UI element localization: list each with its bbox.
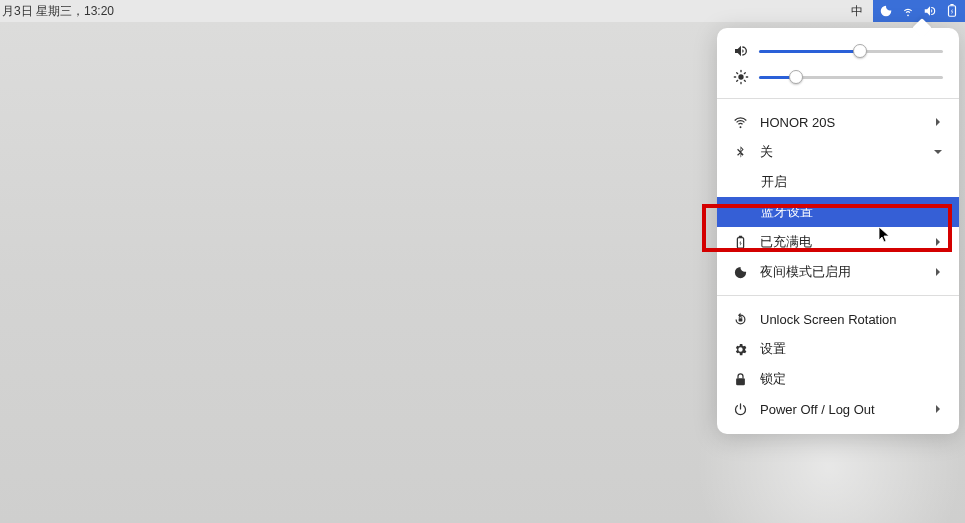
volume-icon — [923, 4, 937, 18]
rotation-menu-item[interactable]: Unlock Screen Rotation — [717, 304, 959, 334]
battery-menu-item[interactable]: 已充满电 — [717, 227, 959, 257]
brightness-slider-thumb[interactable] — [789, 70, 803, 84]
divider — [717, 295, 959, 296]
bluetooth-icon — [733, 145, 748, 160]
power-label: Power Off / Log Out — [760, 402, 921, 417]
ime-indicator[interactable]: 中 — [841, 0, 873, 22]
wifi-icon — [901, 4, 915, 18]
night-icon — [733, 265, 748, 280]
brightness-icon — [733, 69, 749, 85]
volume-slider[interactable] — [759, 50, 943, 53]
battery-icon — [945, 4, 959, 18]
divider — [717, 98, 959, 99]
lock-menu-item[interactable]: 锁定 — [717, 364, 959, 394]
power-icon — [733, 402, 748, 417]
bluetooth-settings-label: 蓝牙设置 — [761, 203, 943, 221]
chevron-right-icon — [933, 404, 943, 414]
volume-slider-fill — [759, 50, 860, 53]
lock-icon — [733, 372, 748, 387]
wifi-label: HONOR 20S — [760, 115, 921, 130]
volume-slider-thumb[interactable] — [853, 44, 867, 58]
svg-rect-4 — [736, 378, 745, 385]
lock-label: 锁定 — [760, 370, 943, 388]
system-tray[interactable] — [873, 0, 965, 22]
night-mode-label: 夜间模式已启用 — [760, 263, 921, 281]
svg-rect-3 — [739, 318, 743, 321]
chevron-right-icon — [933, 237, 943, 247]
night-icon — [879, 4, 893, 18]
power-menu-item[interactable]: Power Off / Log Out — [717, 394, 959, 424]
system-menu-panel: HONOR 20S 关 开启 蓝牙设置 已充满电 夜间模式已启用 Unlock … — [717, 28, 959, 434]
rotation-lock-icon — [733, 312, 748, 327]
battery-label: 已充满电 — [760, 233, 921, 251]
top-bar: 月3日 星期三，13:20 中 — [0, 0, 965, 22]
bluetooth-menu-item[interactable]: 关 — [717, 137, 959, 167]
rotation-label: Unlock Screen Rotation — [760, 312, 943, 327]
chevron-right-icon — [933, 117, 943, 127]
volume-icon — [733, 43, 749, 59]
brightness-slider[interactable] — [759, 76, 943, 79]
wifi-menu-item[interactable]: HONOR 20S — [717, 107, 959, 137]
bluetooth-settings-item[interactable]: 蓝牙设置 — [717, 197, 959, 227]
bluetooth-turn-on-label: 开启 — [761, 173, 943, 191]
bluetooth-turn-on-item[interactable]: 开启 — [717, 167, 959, 197]
chevron-right-icon — [933, 267, 943, 277]
battery-icon — [733, 235, 748, 250]
svg-point-1 — [738, 74, 743, 79]
brightness-slider-row — [717, 64, 959, 90]
wifi-icon — [733, 115, 748, 130]
volume-slider-row — [717, 38, 959, 64]
settings-menu-item[interactable]: 设置 — [717, 334, 959, 364]
settings-label: 设置 — [760, 340, 943, 358]
gear-icon — [733, 342, 748, 357]
bluetooth-label: 关 — [760, 143, 921, 161]
chevron-down-icon — [933, 147, 943, 157]
topbar-datetime: 月3日 星期三，13:20 — [0, 3, 114, 20]
night-mode-menu-item[interactable]: 夜间模式已启用 — [717, 257, 959, 287]
